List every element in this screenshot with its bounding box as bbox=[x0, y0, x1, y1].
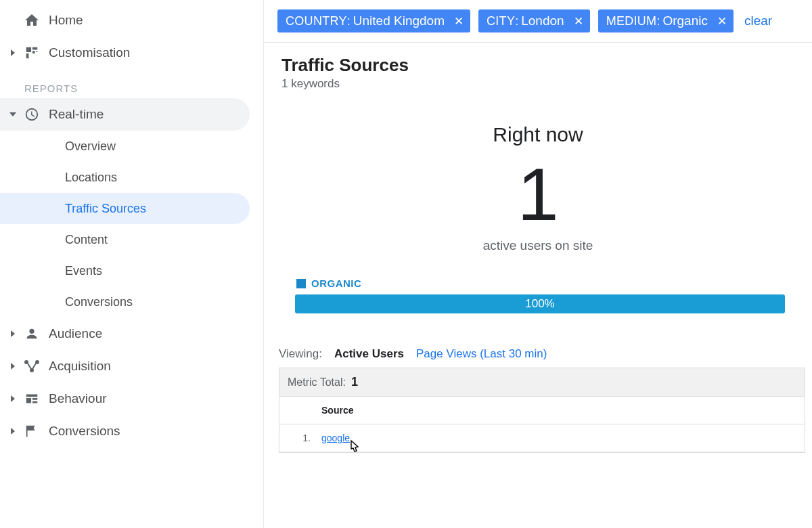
clock-icon bbox=[19, 107, 45, 122]
clear-filters-link[interactable]: clear bbox=[744, 14, 772, 28]
sidebar-item-label: Audience bbox=[49, 326, 102, 341]
sidebar-item-label: Customisation bbox=[49, 45, 130, 60]
breakdown-bar-label: 100% bbox=[525, 297, 554, 311]
caret-right-icon bbox=[7, 428, 19, 435]
caret-right-icon bbox=[7, 395, 19, 402]
viewing-tabs: Viewing: Active Users Page Views (Last 3… bbox=[279, 347, 812, 361]
caret-right-icon bbox=[7, 330, 19, 337]
sidebar-section-reports: REPORTS bbox=[0, 69, 263, 98]
medium-breakdown: ORGANIC 100% bbox=[295, 278, 785, 313]
column-source: Source bbox=[317, 405, 805, 416]
right-now-caption: active users on site bbox=[264, 238, 812, 253]
close-icon[interactable]: ✕ bbox=[717, 16, 727, 27]
table-header: Source bbox=[279, 397, 805, 424]
sidebar-sub-events[interactable]: Events bbox=[0, 255, 250, 286]
dashboard-icon bbox=[19, 45, 45, 60]
viewing-label: Viewing: bbox=[279, 347, 322, 361]
person-icon bbox=[19, 326, 45, 341]
sidebar-item-conversions[interactable]: Conversions bbox=[0, 415, 263, 447]
chip-value: Organic bbox=[662, 14, 708, 28]
right-now-count: 1 bbox=[264, 157, 812, 232]
sidebar-item-audience[interactable]: Audience bbox=[0, 317, 263, 350]
row-index: 1. bbox=[279, 433, 317, 443]
sidebar-sub-overview[interactable]: Overview bbox=[0, 131, 250, 162]
metric-total-value: 1 bbox=[351, 375, 358, 389]
legend-swatch bbox=[296, 279, 306, 288]
table-row: 1.google bbox=[279, 424, 805, 452]
sidebar-realtime-subitems: OverviewLocationsTraffic SourcesContentE… bbox=[0, 131, 263, 317]
close-icon[interactable]: ✕ bbox=[454, 16, 464, 27]
legend-label: ORGANIC bbox=[311, 278, 361, 289]
behaviour-icon bbox=[19, 391, 45, 406]
source-table: Metric Total: 1 Source 1.google bbox=[279, 368, 805, 453]
caret-right-icon bbox=[7, 49, 19, 56]
flag-icon bbox=[19, 424, 45, 439]
legend-organic: ORGANIC bbox=[296, 278, 785, 289]
chip-key: CITY bbox=[487, 14, 515, 28]
sidebar-item-label: Home bbox=[49, 13, 83, 28]
sidebar-item-label: Acquisition bbox=[49, 359, 111, 374]
sidebar-item-behaviour[interactable]: Behaviour bbox=[0, 382, 263, 415]
sidebar-item-acquisition[interactable]: Acquisition bbox=[0, 350, 263, 382]
sidebar-item-label: Behaviour bbox=[49, 391, 107, 406]
sidebar-item-home[interactable]: Home bbox=[0, 4, 263, 37]
home-icon bbox=[19, 12, 45, 28]
main: COUNTRY:United Kingdom✕CITY:London✕MEDIU… bbox=[264, 0, 812, 528]
acquisition-icon bbox=[19, 359, 45, 373]
sidebar-sub-locations[interactable]: Locations bbox=[0, 162, 250, 193]
chip-key: MEDIUM bbox=[606, 14, 657, 28]
metric-total-label: Metric Total: bbox=[288, 376, 346, 389]
sidebar: Home Customisation REPORTS Real-time Ove… bbox=[0, 0, 264, 528]
right-now-widget: Right now 1 active users on site bbox=[264, 123, 812, 253]
page-subtitle: 1 keywords bbox=[281, 77, 812, 91]
close-icon[interactable]: ✕ bbox=[574, 16, 583, 27]
sidebar-item-label: Conversions bbox=[49, 424, 120, 439]
filter-chip-bar: COUNTRY:United Kingdom✕CITY:London✕MEDIU… bbox=[264, 0, 812, 43]
sidebar-item-customisation[interactable]: Customisation bbox=[0, 37, 263, 69]
page-header: Traffic Sources 1 keywords bbox=[264, 43, 812, 91]
caret-down-icon bbox=[7, 111, 19, 118]
chip-value: United Kingdom bbox=[353, 14, 445, 28]
sidebar-item-label: Real-time bbox=[49, 107, 104, 122]
chip-value: London bbox=[521, 14, 564, 28]
caret-right-icon bbox=[7, 363, 19, 370]
sidebar-item-realtime[interactable]: Real-time bbox=[0, 98, 250, 131]
breakdown-bar: 100% bbox=[295, 294, 785, 313]
filter-chip-country[interactable]: COUNTRY:United Kingdom✕ bbox=[277, 9, 470, 32]
sidebar-sub-traffic-sources[interactable]: Traffic Sources bbox=[0, 193, 250, 224]
chip-key: COUNTRY bbox=[286, 14, 347, 28]
cursor-icon bbox=[347, 439, 361, 457]
tab-active-users[interactable]: Active Users bbox=[334, 347, 404, 361]
right-now-label: Right now bbox=[264, 123, 812, 146]
sidebar-sub-content[interactable]: Content bbox=[0, 224, 250, 255]
filter-chip-city[interactable]: CITY:London✕ bbox=[478, 9, 590, 32]
source-link[interactable]: google bbox=[321, 433, 350, 443]
tab-page-views[interactable]: Page Views (Last 30 min) bbox=[416, 347, 547, 361]
metric-total-row: Metric Total: 1 bbox=[279, 368, 805, 397]
filter-chip-medium[interactable]: MEDIUM:Organic✕ bbox=[598, 9, 734, 32]
sidebar-sub-conversions[interactable]: Conversions bbox=[0, 286, 250, 317]
page-title: Traffic Sources bbox=[281, 55, 812, 76]
